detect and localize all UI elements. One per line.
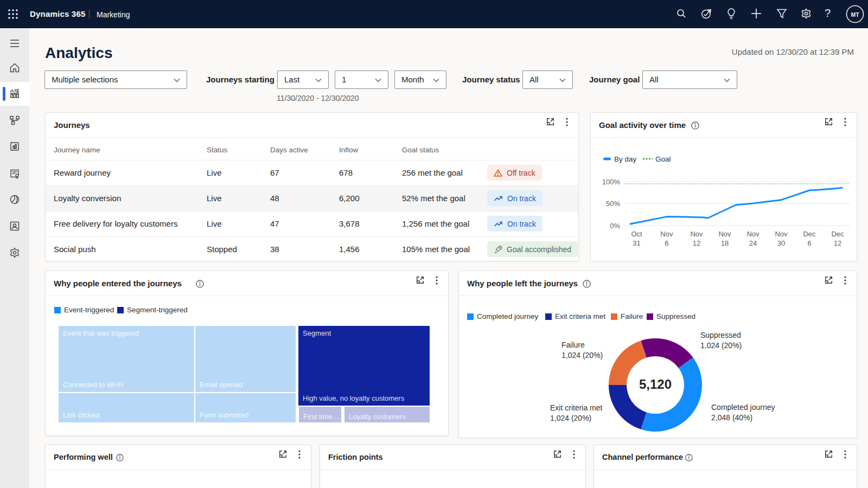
svg-text:MT: MT [851,11,859,18]
svg-text:By day: By day [614,155,637,163]
svg-text:Nov: Nov [718,230,731,238]
svg-text:1,024 (20%): 1,024 (20%) [700,341,742,350]
svg-text:Oct: Oct [631,230,642,238]
svg-text:50%: 50% [606,200,620,208]
svg-text:0%: 0% [610,222,620,230]
svg-text:2,048 (40%): 2,048 (40%) [711,413,752,422]
svg-text:Nov: Nov [775,230,788,238]
svg-text:Exit criteria met: Exit criteria met [550,403,603,412]
svg-text:12: 12 [834,239,841,247]
svg-text:1,024 (20%): 1,024 (20%) [561,351,603,359]
svg-text:6: 6 [807,239,811,247]
svg-text:6: 6 [665,239,668,247]
svg-text:5,120: 5,120 [639,377,672,391]
svg-text:Nov: Nov [690,230,703,238]
svg-text:Dec: Dec [831,230,844,238]
svg-text:12: 12 [693,239,700,247]
svg-text:100%: 100% [602,178,621,186]
svg-text:31: 31 [633,239,640,247]
svg-text:30: 30 [777,239,785,247]
svg-text:Failure: Failure [561,341,585,349]
svg-text:Dec: Dec [803,230,816,238]
svg-text:18: 18 [721,239,729,247]
svg-text:Nov: Nov [746,230,760,238]
svg-text:Nov: Nov [660,230,673,238]
svg-text:1,024 (20%): 1,024 (20%) [550,414,591,422]
svg-text:24: 24 [749,239,757,247]
svg-text:Goal: Goal [655,155,671,163]
svg-text:Completed journey: Completed journey [711,403,775,412]
svg-text:Suppressed: Suppressed [700,331,741,339]
